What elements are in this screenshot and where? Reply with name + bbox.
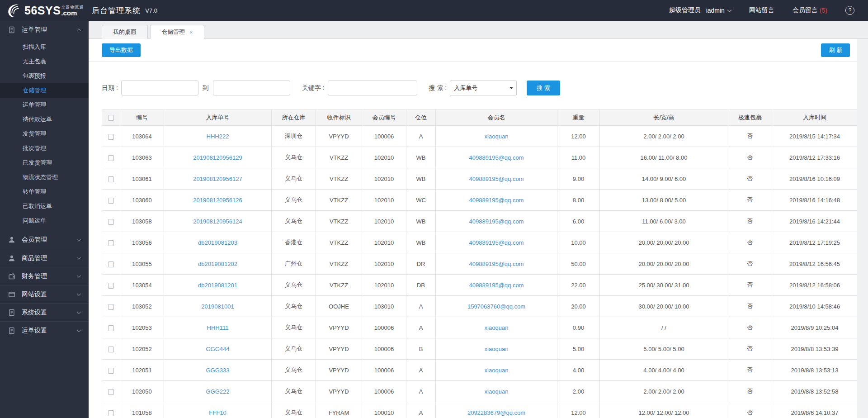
member-name-link[interactable]: 409889195@qq.com <box>469 239 524 246</box>
inbound-order-link[interactable]: 201908120956127 <box>193 176 242 182</box>
row-checkbox[interactable] <box>108 368 114 374</box>
member-name-link[interactable]: xiaoquan <box>485 324 509 331</box>
inbound-order-link[interactable]: GGG222 <box>206 388 229 395</box>
search-button[interactable]: 搜 索 <box>527 81 560 95</box>
select-all-checkbox[interactable] <box>108 115 114 121</box>
user-menu[interactable]: 超级管理员 iadmin <box>669 6 731 14</box>
member-name-link[interactable]: xiaoquan <box>485 133 509 140</box>
sidebar-section-waybill[interactable]: 运单管理 <box>0 21 89 39</box>
member-name-link[interactable]: xiaoquan <box>485 367 509 374</box>
row-checkbox[interactable] <box>108 198 114 204</box>
cell-id: 103060 <box>120 190 164 211</box>
sidebar-subitem[interactable]: 已发货管理 <box>0 156 89 170</box>
sidebar-subitem[interactable]: 待付款运单 <box>0 112 89 127</box>
row-checkbox[interactable] <box>108 325 114 331</box>
export-data-button[interactable]: 导出数据 <box>102 43 141 57</box>
date-from-input[interactable] <box>121 81 198 95</box>
inbound-order-link[interactable]: GGG444 <box>206 346 229 352</box>
close-icon[interactable]: × <box>189 29 193 36</box>
tab-my-desktop[interactable]: 我的桌面 <box>102 25 148 39</box>
sidebar-subitem[interactable]: 已取消运单 <box>0 199 89 214</box>
inbound-order-link[interactable]: 2019081001 <box>201 303 234 310</box>
cell-warehouse: 深圳仓 <box>272 126 316 147</box>
sidebar-subitem[interactable]: 扫描入库 <box>0 40 89 54</box>
member-messages-link[interactable]: 会员留言 (5) <box>793 6 827 14</box>
member-name-link[interactable]: 2092283679@qq.com <box>467 409 525 416</box>
inbound-order-link[interactable]: HHH222 <box>207 133 229 140</box>
cell-mark: VTKZZ <box>316 253 362 275</box>
sidebar-section[interactable]: 系统设置 <box>0 303 89 321</box>
sidebar-subitem[interactable]: 无主包裹 <box>0 54 89 69</box>
member-name-link[interactable]: 409889195@qq.com <box>469 282 524 289</box>
cell-id: 103055 <box>120 253 164 275</box>
table-row: 103060201908120956126义乌仓VTKZZ102010WC409… <box>102 190 858 211</box>
sidebar-section[interactable]: 财务管理 <box>0 267 89 285</box>
member-name-link[interactable]: xiaoquan <box>485 388 509 395</box>
row-checkbox-cell <box>102 211 120 232</box>
inbound-order-link[interactable]: db2019081203 <box>198 239 237 246</box>
member-name-link[interactable]: 409889195@qq.com <box>469 176 524 182</box>
row-checkbox[interactable] <box>108 304 114 310</box>
sidebar-section-label: 会员管理 <box>22 236 77 244</box>
row-checkbox-cell <box>102 360 120 381</box>
cell-dims: 16.00/ 11.00/ 8.00 <box>600 147 728 168</box>
row-checkbox[interactable] <box>108 176 114 182</box>
sidebar-section[interactable]: 商品管理 <box>0 249 89 267</box>
table-row: 103058201908120956124义乌仓VTKZZ102010WB409… <box>102 211 858 232</box>
topbar: 56SYS 全景物流通 .com 后台管理系统 V7.0 超级管理员 iadmi… <box>0 0 868 21</box>
inbound-order-link[interactable]: 201908120956129 <box>193 154 242 161</box>
row-checkbox[interactable] <box>108 261 114 267</box>
search-type-select[interactable]: 入库单号 <box>450 81 517 95</box>
member-name-link[interactable]: 409889195@qq.com <box>469 197 524 204</box>
inbound-order-link[interactable]: 201908120956124 <box>193 218 242 225</box>
member-name-link[interactable]: xiaoquan <box>485 346 509 352</box>
refresh-button[interactable]: 刷 新 <box>821 43 850 57</box>
sidebar-subitem[interactable]: 批次管理 <box>0 141 89 156</box>
sidebar-subitem[interactable]: 运单管理 <box>0 98 89 112</box>
tab-warehouse-management[interactable]: 仓储管理 × <box>150 25 204 39</box>
sidebar-section[interactable]: 运单设置 <box>0 321 89 339</box>
member-name-link[interactable]: 1597063760@qq.com <box>467 303 525 310</box>
row-checkbox[interactable] <box>108 347 114 352</box>
member-name-link[interactable]: 409889195@qq.com <box>469 218 524 225</box>
date-to-input[interactable] <box>213 81 290 95</box>
keyword-input[interactable] <box>328 81 417 95</box>
row-checkbox[interactable] <box>108 389 114 395</box>
inbound-order-link[interactable]: GGG333 <box>206 367 229 374</box>
sidebar-subitem[interactable]: 物流状态管理 <box>0 170 89 185</box>
cell-slot: A <box>406 402 436 418</box>
sidebar-subitem[interactable]: 仓储管理 <box>0 83 89 98</box>
row-checkbox[interactable] <box>108 240 114 246</box>
table-header-row: 编号入库单号所在仓库收件标识会员编号仓位会员名重量长/宽/高极速包裹入库时间 <box>102 109 858 126</box>
inbound-order-link[interactable]: db2019081202 <box>198 261 237 267</box>
sidebar-section[interactable]: 网站设置 <box>0 285 89 303</box>
sidebar-section[interactable]: 会员管理 <box>0 231 89 249</box>
row-checkbox-cell <box>102 402 120 418</box>
inbound-order-link[interactable]: 201908120956126 <box>193 197 242 204</box>
sidebar-subitem[interactable]: 转单管理 <box>0 185 89 199</box>
row-checkbox-cell <box>102 190 120 211</box>
cell-weight: 50.00 <box>557 253 600 275</box>
row-checkbox[interactable] <box>108 410 114 416</box>
sidebar-subitem[interactable]: 问题运单 <box>0 214 89 228</box>
row-checkbox[interactable] <box>108 283 114 289</box>
site-messages-link[interactable]: 网站留言 <box>749 6 774 14</box>
member-name-link[interactable]: 409889195@qq.com <box>469 261 524 267</box>
file-icon <box>8 327 15 334</box>
row-checkbox[interactable] <box>108 155 114 161</box>
cell-dims: 13.00/ 8.00/ 5.00 <box>600 190 728 211</box>
sidebar-section-label: 网站设置 <box>22 290 77 299</box>
sidebar-subitem[interactable]: 发货管理 <box>0 127 89 141</box>
help-button[interactable]: ? <box>845 6 854 15</box>
member-name-link[interactable]: 409889195@qq.com <box>469 154 524 161</box>
table-row: 102051GGG333义乌仓VPYYD100006Axiaoquan4.004… <box>102 360 858 381</box>
cell-mark: VPYYD <box>316 317 362 338</box>
cell-member-no: 102010 <box>362 190 406 211</box>
inbound-order-link[interactable]: HHH111 <box>207 324 229 331</box>
row-checkbox[interactable] <box>108 219 114 225</box>
inbound-order-link[interactable]: db2019081201 <box>198 282 237 289</box>
sidebar-subitem[interactable]: 包裹预报 <box>0 69 89 83</box>
cell-id: 103061 <box>120 168 164 190</box>
inbound-order-link[interactable]: FFF10 <box>209 409 226 416</box>
row-checkbox[interactable] <box>108 134 114 140</box>
